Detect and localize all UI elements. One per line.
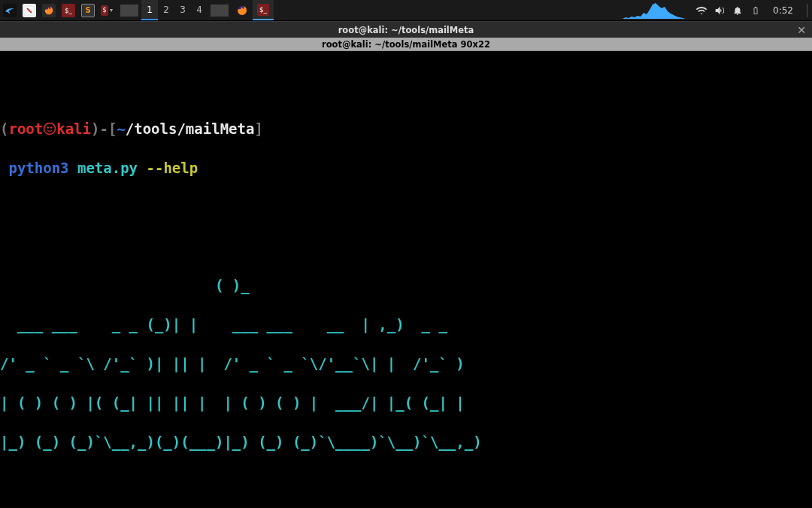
command-interpreter: python3 xyxy=(8,160,68,176)
ascii-art-line: /' _ ` _ `\ /'_` )| || | /' _ ` _ `\/'__… xyxy=(0,354,812,373)
svg-point-4 xyxy=(47,126,49,128)
workspace-2[interactable]: 2 xyxy=(158,0,174,20)
prompt-path: /tools/mailMeta xyxy=(126,120,255,137)
blank-line xyxy=(0,471,812,491)
workspace-4[interactable]: 4 xyxy=(191,0,208,20)
prompt-host: kali xyxy=(56,120,91,137)
panel-right: 0:52 xyxy=(623,0,812,20)
window-close-icon[interactable]: ✕ xyxy=(795,24,807,36)
blank-line xyxy=(0,80,812,99)
sublime-launcher-icon[interactable]: S xyxy=(78,0,98,20)
battery-icon[interactable] xyxy=(749,5,762,17)
command-line: python3 meta.py --help xyxy=(0,158,812,178)
panel-end-divider xyxy=(807,4,807,17)
workspace-label: 4 xyxy=(196,5,202,15)
ascii-art-line: ( )_ xyxy=(0,275,812,295)
prompt-open-paren: ( xyxy=(0,120,8,137)
kali-skull-icon xyxy=(43,120,56,134)
command-flag: --help xyxy=(147,160,198,176)
prompt-dash: - xyxy=(99,120,108,137)
command-script: meta.py xyxy=(77,160,138,176)
workspace-label: 3 xyxy=(180,5,186,15)
workspace-label: 1 xyxy=(147,5,153,15)
ascii-art-line: ___ ___ _ _ (_)| | ___ ___ __ | ,_) _ _ xyxy=(0,315,812,334)
window-dimensions-bar: root@kali: ~/tools/mailMeta 90x22 xyxy=(0,38,812,51)
firefox-launcher-icon[interactable] xyxy=(39,0,59,20)
network-graph[interactable] xyxy=(623,2,690,19)
svg-point-3 xyxy=(44,123,56,135)
clock[interactable]: 0:52 xyxy=(767,5,799,16)
window-dimensions-text: root@kali: ~/tools/mailMeta 90x22 xyxy=(322,39,490,50)
blank-line xyxy=(0,197,812,217)
terminal-launcher-icon[interactable]: $_ xyxy=(59,0,78,20)
clock-text: 0:52 xyxy=(773,5,793,16)
terminal-dropdown-icon[interactable]: $▾ xyxy=(98,0,117,20)
workspace-1[interactable]: 1 xyxy=(141,0,158,20)
wifi-icon[interactable] xyxy=(695,5,708,17)
prompt-open-bracket: [ xyxy=(108,120,117,137)
task-terminal[interactable]: $_ xyxy=(253,0,274,20)
top-panel: $_ S $▾ 1 2 3 4 $_ 0:52 xyxy=(0,0,812,21)
task-firefox[interactable] xyxy=(232,0,253,20)
prompt-user: root xyxy=(8,120,43,137)
svg-point-5 xyxy=(50,126,52,128)
panel-divider xyxy=(120,5,138,17)
window-titlebar[interactable]: root@kali: ~/tools/mailMeta ✕ xyxy=(0,21,812,38)
workspace-3[interactable]: 3 xyxy=(174,0,191,20)
kali-menu-icon[interactable] xyxy=(0,0,20,20)
panel-left: $_ S $▾ 1 2 3 4 $_ xyxy=(0,0,274,20)
terminal-viewport[interactable]: (rootkali)-[~/tools/mailMeta] python3 me… xyxy=(0,51,812,508)
volume-icon[interactable] xyxy=(713,5,726,17)
window-title: root@kali: ~/tools/mailMeta xyxy=(338,25,474,35)
notifications-icon[interactable] xyxy=(731,5,744,16)
prompt-tilde: ~ xyxy=(117,120,125,137)
panel-divider xyxy=(211,5,229,17)
workspace-label: 2 xyxy=(163,5,169,15)
prompt-close-bracket: ] xyxy=(254,120,262,137)
blank-line xyxy=(0,236,812,256)
prompt-close-paren: ) xyxy=(91,120,99,137)
ascii-art-line: |_) (_) (_)`\__,_)(_)(___)|_) (_) (_)`\_… xyxy=(0,432,812,452)
ascii-art-line: | ( ) ( ) |( (_| || || | | ( ) ( ) | ___… xyxy=(0,393,812,412)
text-editor-icon[interactable] xyxy=(20,0,39,20)
prompt-line-1: (rootkali)-[~/tools/mailMeta] xyxy=(0,119,812,138)
